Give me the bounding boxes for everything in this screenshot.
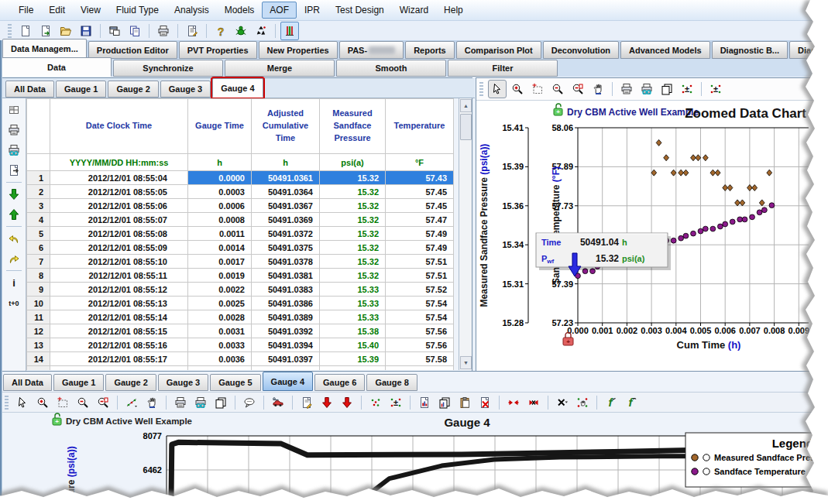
tab-reports[interactable]: Reports (405, 41, 455, 59)
grid-view-button[interactable] (4, 100, 24, 120)
pan-points-button[interactable] (573, 393, 592, 412)
measured-sandface-pressure[interactable]: 15.38 (320, 324, 386, 338)
time-zero-button[interactable]: t+0 (4, 293, 24, 313)
edit-points-button[interactable]: ± (387, 393, 405, 412)
table-row-1[interactable]: 12012/12/01 08:55:040.000050491.036115.3… (27, 171, 454, 185)
menu-aof[interactable]: AOF (262, 2, 297, 19)
properties-editor-button[interactable] (297, 393, 316, 412)
menu-models[interactable]: Models (217, 2, 263, 19)
gauge-time[interactable]: 0.0017 (188, 255, 252, 269)
move-down-red-button[interactable] (338, 393, 356, 412)
gauge-time[interactable]: 0.0039 (188, 366, 252, 371)
temperature[interactable]: 57.51 (386, 255, 454, 269)
temperature[interactable]: 57.54 (386, 310, 454, 324)
tab-advanced-models[interactable]: Advanced Models (620, 41, 710, 59)
tab-production-editor[interactable]: Production Editor (88, 41, 177, 59)
subtab-filter[interactable]: Filter (448, 60, 558, 77)
wellbore-diagram-button[interactable] (280, 22, 299, 40)
adjusted-cumulative-time[interactable]: 50491.0381 (252, 269, 320, 283)
undo-button[interactable] (4, 228, 24, 249)
gauge-time[interactable]: 0.0014 (188, 241, 252, 255)
chart-copy-button[interactable] (435, 393, 454, 412)
date-clock-time[interactable]: 2012/12/01 08:55:14 (50, 310, 188, 324)
date-clock-time[interactable]: 2012/12/01 08:55:04 (50, 171, 188, 185)
temperature[interactable]: 57.54 (386, 297, 454, 310)
move-down-button[interactable] (4, 184, 24, 204)
date-clock-time[interactable]: 2012/12/01 08:55:16 (50, 338, 188, 352)
tab-pas[interactable]: PAS- (339, 41, 404, 59)
measured-sandface-pressure[interactable]: 15.32 (320, 185, 386, 199)
export-page-button[interactable] (4, 160, 24, 180)
edit-points-button[interactable]: ± (678, 80, 696, 98)
measured-sandface-pressure[interactable]: 15.38 (320, 366, 386, 371)
scrollbar-thumb[interactable] (460, 114, 472, 140)
table-row-14[interactable]: 142012/12/01 08:55:170.003650491.039715.… (27, 352, 454, 366)
adjusted-cumulative-time[interactable]: 50491.0361 (252, 171, 320, 185)
tab-data-managem[interactable]: Data Managem... (2, 39, 87, 59)
measured-sandface-pressure[interactable]: 15.32 (320, 255, 386, 269)
info-button[interactable]: i (4, 273, 24, 293)
table-row-6[interactable]: 62012/12/01 08:55:090.001450491.037515.3… (27, 241, 454, 255)
menu-wizard[interactable]: Wizard (392, 2, 436, 19)
zoom-out-all-button[interactable] (94, 393, 112, 412)
adjusted-cumulative-time[interactable]: 50491.0392 (252, 324, 320, 338)
scatter-tool-button[interactable] (122, 393, 141, 412)
adjusted-cumulative-time[interactable]: 50491.0375 (252, 241, 320, 255)
temperature[interactable]: 57.49 (386, 241, 454, 255)
gauge-time[interactable]: 0.0006 (188, 199, 252, 213)
chart-report-button[interactable] (415, 393, 434, 412)
gauge-time[interactable]: 0.0025 (188, 297, 252, 310)
table-row-5[interactable]: 52012/12/01 08:55:080.001150491.037215.3… (27, 227, 454, 241)
gauge-time[interactable]: 0.0019 (188, 269, 252, 283)
temperature[interactable]: 57.56 (386, 324, 454, 338)
tab-diagnostic-b[interactable]: Diagnostic B... (712, 41, 788, 59)
adjusted-cumulative-time[interactable]: 50491.0389 (252, 310, 320, 324)
bottom-gauge-tab-gauge-5[interactable]: Gauge 5 (210, 374, 260, 391)
column-header-adjusted-cumulative-time[interactable]: Adjusted Cumulative Time (252, 99, 320, 154)
measured-sandface-pressure[interactable]: 15.33 (320, 283, 386, 297)
derivative-tool-button[interactable]: f (602, 393, 620, 412)
copy-pages-button[interactable] (658, 80, 676, 98)
print-preview-button[interactable] (191, 393, 210, 412)
save-button[interactable] (77, 22, 95, 40)
temperature[interactable]: 57.58 (386, 352, 454, 366)
temperature[interactable]: 57.45 (386, 185, 454, 199)
subtab-data[interactable]: Data (2, 57, 112, 77)
gauge-tab-all-data[interactable]: All Data (5, 81, 54, 98)
tab-comparison-plot[interactable]: Comparison Plot (456, 41, 541, 59)
merge-points-button[interactable] (504, 393, 523, 412)
table-row-2[interactable]: 22012/12/01 08:55:050.000350491.036415.3… (27, 185, 454, 199)
temperature[interactable]: 57.51 (386, 269, 454, 283)
measured-sandface-pressure[interactable]: 15.32 (320, 241, 386, 255)
measured-sandface-pressure[interactable]: 15.33 (320, 297, 386, 310)
date-clock-time[interactable]: 2012/12/01 08:55:06 (50, 199, 188, 213)
zoom-box-button[interactable] (528, 80, 547, 98)
bottom-gauge-tab-gauge-3[interactable]: Gauge 3 (158, 374, 208, 391)
table-row-13[interactable]: 132012/12/01 08:55:160.003350491.039415.… (27, 338, 454, 352)
date-clock-time[interactable]: 2012/12/01 08:55:07 (50, 213, 188, 227)
print-button[interactable] (171, 393, 190, 412)
gauge-time[interactable]: 0.0033 (188, 338, 252, 352)
table-row-7[interactable]: 72012/12/01 08:55:100.001750491.037815.3… (27, 255, 454, 269)
scroll-up-arrow-icon[interactable]: ▲ (460, 99, 472, 112)
temperature[interactable]: 57.43 (386, 171, 454, 185)
zoom-out-button[interactable] (548, 80, 567, 98)
table-row-9[interactable]: 92012/12/01 08:55:120.002250491.038315.3… (27, 283, 454, 297)
table-row-8[interactable]: 82012/12/01 08:55:110.001950491.038115.3… (27, 269, 454, 283)
temperature[interactable]: 57.47 (386, 213, 454, 227)
date-clock-time[interactable]: 2012/12/01 08:55:13 (50, 297, 188, 310)
annotation-bubble-button[interactable] (240, 393, 259, 412)
column-header-temperature[interactable]: Temperature (386, 99, 454, 154)
measured-sandface-pressure[interactable]: 15.32 (320, 227, 386, 241)
copy-pages-button[interactable] (211, 393, 230, 412)
temperature[interactable]: 57.58 (386, 366, 454, 371)
subtab-smooth[interactable]: Smooth (336, 60, 446, 77)
zoom-box-button[interactable] (53, 393, 72, 412)
analysis-spider-button[interactable] (232, 22, 250, 40)
print-button[interactable] (154, 22, 173, 40)
subtab-synchronize[interactable]: Synchronize (113, 60, 223, 77)
gauge-time[interactable]: 0.0028 (188, 310, 252, 324)
adjusted-cumulative-time[interactable]: 50491.0386 (252, 297, 320, 310)
gauge-time[interactable]: 0.0003 (188, 185, 252, 199)
temperature[interactable]: 57.52 (386, 283, 454, 297)
